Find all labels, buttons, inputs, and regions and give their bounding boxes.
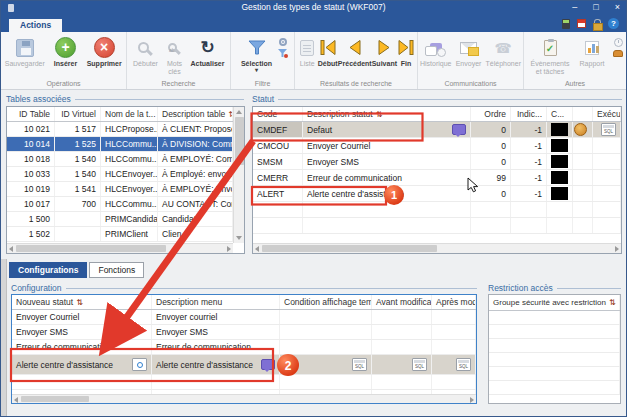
table-row[interactable]: 10 0211 517HLCPropose...À CLIENT: Propos… [7, 122, 233, 137]
chat-template-button[interactable] [261, 359, 275, 370]
restriction-panel-title: Restriction accès [488, 283, 621, 293]
clock-icon[interactable] [614, 38, 623, 47]
configuration-row[interactable]: Envoyer SMSEnvoyer SMS [12, 325, 476, 340]
configuration-horizontal-scrollbar[interactable] [12, 394, 476, 403]
save-icon [16, 39, 34, 57]
color-swatch[interactable] [551, 171, 568, 184]
group-filtre: Sélection ▾ Filtre [231, 32, 295, 89]
statut-row-selected[interactable]: CMDEF Defaut 0 -1 SQL [253, 122, 621, 138]
titlebar: Gestion des types de statut (WKF007) – □… [1, 1, 626, 15]
fin-button[interactable]: Fin [397, 35, 415, 68]
rapport-button[interactable]: Rapport [576, 35, 608, 68]
group-label: Recherche [127, 80, 230, 89]
table-row-selected[interactable]: 10 0141 525HLCCommu...À DIVISION: Commun… [7, 137, 233, 152]
close-button[interactable]: × [615, 1, 620, 14]
lock-icon[interactable] [593, 19, 601, 29]
statut-row[interactable]: ALERT Alerte centre d'assistance 0 -1 [253, 186, 621, 202]
tables-grid: ID Table ID Virtuel Nom de la t... Descr… [6, 106, 245, 254]
sql-template-button[interactable]: SQL [456, 358, 471, 371]
left-edge-scrollbar[interactable] [1, 259, 7, 416]
tables-vertical-scrollbar[interactable] [233, 107, 244, 243]
statut-header-row[interactable]: Code Description statut⇅ Ordre Indic... … [253, 107, 621, 122]
calendar-icon[interactable] [577, 19, 586, 28]
delete-button[interactable]: × Supprimer [84, 35, 124, 68]
scroll-down-arrow[interactable] [236, 236, 242, 240]
configuration-row[interactable]: Erreur de communicationErreur de communi… [12, 340, 476, 355]
color-swatch[interactable] [551, 155, 568, 168]
group-label: Communications [418, 80, 523, 89]
mots-cles-button[interactable]: abc Mots clés [162, 35, 188, 75]
chat-template-button[interactable] [452, 124, 466, 135]
table-row[interactable]: 10 0181 540HLCCommu...À EMPLOYÉ: Communi… [7, 152, 233, 167]
tab-configurations[interactable]: Configurations [9, 262, 87, 278]
liste-button[interactable]: Liste [297, 35, 317, 68]
color-swatch[interactable] [551, 123, 568, 136]
debut-button[interactable]: Début [317, 35, 337, 68]
envoyer-button[interactable]: Envoyer [456, 35, 482, 68]
configuration-header-row[interactable]: Nouveau statut⇅ Description menu Conditi… [12, 295, 476, 310]
scroll-left-arrow[interactable] [14, 397, 18, 403]
precedent-button[interactable]: Précédent [338, 35, 372, 68]
sql-template-button[interactable]: SQL [412, 358, 427, 371]
lookup-button[interactable] [132, 358, 147, 371]
configuration-row-selected[interactable]: Alerte centre d'assistance Alerte centre… [12, 355, 476, 375]
color-swatch[interactable] [551, 187, 568, 200]
table-row[interactable]: 10 017700HLCCommu...AU CONTACT: Commu... [7, 197, 233, 212]
statut-horizontal-scrollbar[interactable] [253, 243, 621, 253]
tables-header-row[interactable]: ID Table ID Virtuel Nom de la t... Descr… [7, 107, 233, 122]
telephoner-button[interactable]: ☎ Téléphoner [486, 35, 521, 68]
maximize-button[interactable]: □ [593, 1, 598, 14]
chevron-down-icon: ▾ [255, 68, 258, 73]
debuter-button[interactable]: Débuter [130, 35, 162, 68]
sort-icon: ⇅ [376, 110, 383, 119]
palette-icon[interactable] [574, 123, 587, 136]
historique-button[interactable]: Historique [420, 35, 452, 68]
tables-horizontal-scrollbar[interactable] [7, 243, 233, 253]
group-resultats: Liste Début Précédent Suivant [295, 32, 418, 89]
list-icon [300, 40, 314, 56]
selection-button[interactable]: Sélection ▾ [238, 35, 276, 73]
gear-icon[interactable] [279, 38, 287, 46]
sql-template-button[interactable]: SQL [601, 123, 616, 136]
scroll-left-arrow[interactable] [255, 246, 259, 252]
group-label: Opérations [1, 80, 126, 89]
calculator-icon[interactable] [562, 19, 570, 29]
statut-row[interactable]: SMSM Envoyer SMS 0 -1 [253, 154, 621, 170]
statut-panel-title: Statut [252, 94, 622, 104]
color-swatch[interactable] [551, 139, 568, 152]
restriction-row-empty [489, 325, 620, 339]
insert-button[interactable]: + Insérer [50, 35, 82, 68]
restriction-row-empty [489, 381, 620, 395]
help-icon[interactable]: ? [608, 18, 619, 29]
scroll-right-arrow[interactable] [615, 246, 619, 252]
cake-icon[interactable] [613, 50, 623, 57]
table-row[interactable]: 10 0191 541HLCEnvoyer...À EMPLOYÉ: Envoy… [7, 182, 233, 197]
table-row[interactable]: 1 500PRIMCandidatCandidat [7, 212, 233, 227]
mini-funnel-icon[interactable] [278, 49, 288, 58]
configuration-row[interactable]: Envoyer CourrielEnvoyer courriel [12, 310, 476, 325]
table-row[interactable]: 1 502PRIMClientClien... [7, 227, 233, 242]
scroll-left-arrow[interactable] [9, 246, 13, 252]
scroll-up-arrow[interactable] [236, 110, 242, 114]
table-row[interactable]: 10 0331 540HLCEnvoyer...À Employé: envoy… [7, 167, 233, 182]
envelope-icon [460, 42, 477, 54]
refresh-button[interactable]: ↻ Actualiser [188, 35, 228, 68]
evenements-button[interactable]: ✓ Évènements et tâches [527, 35, 573, 75]
next-icon [376, 39, 392, 56]
save-button[interactable]: Sauvegarder [3, 35, 47, 68]
statut-row[interactable]: CMCOU Envoyer Courriel 0 -1 [253, 138, 621, 154]
restriction-header-row[interactable]: Groupe sécurité avec restriction⇅ [489, 295, 620, 311]
app-window: Gestion des types de statut (WKF007) – □… [0, 0, 627, 417]
minimize-button[interactable]: – [572, 1, 577, 14]
scroll-right-arrow[interactable] [227, 246, 231, 252]
statut-row[interactable]: CMERR Erreur de communication 99 -1 [253, 170, 621, 186]
restriction-grid: Groupe sécurité avec restriction⇅ [488, 294, 621, 404]
scroll-right-arrow[interactable] [470, 397, 474, 403]
sql-template-button[interactable]: SQL [352, 358, 367, 371]
x-icon: × [94, 37, 115, 58]
suivant-button[interactable]: Suivant [372, 35, 397, 68]
tab-fonctions[interactable]: Fonctions [89, 262, 144, 278]
statut-grid: Code Description statut⇅ Ordre Indic... … [252, 106, 622, 254]
tab-actions[interactable]: Actions [9, 19, 62, 32]
report-chart-icon [585, 41, 599, 55]
